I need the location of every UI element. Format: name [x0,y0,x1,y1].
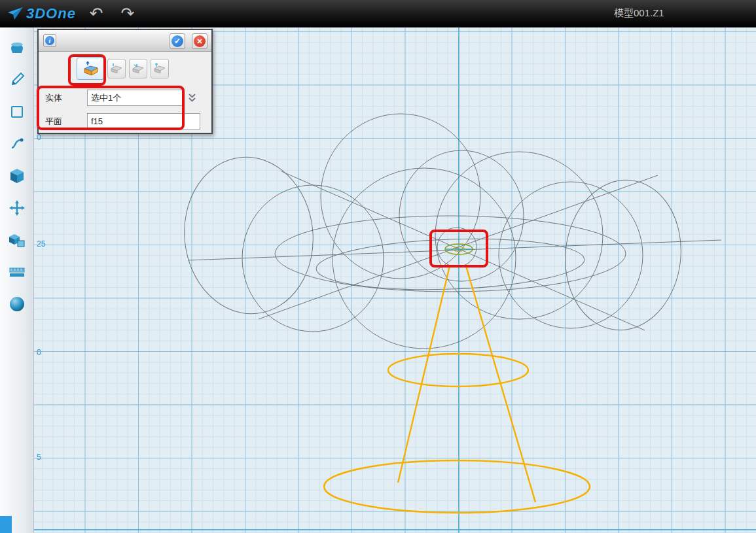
plane-input[interactable] [87,113,200,129]
tool-option-2-icon [109,63,124,75]
primitive-solid-icon [9,40,26,56]
grid-axis-vertical [458,27,459,533]
dialog-tool-options [77,58,169,80]
double-chevron-down-icon [187,93,197,103]
material-sphere-icon [9,296,26,313]
grid-axis-horizontal [34,529,756,530]
sketch-plane-icon [9,104,25,120]
info-button[interactable]: i [43,34,56,47]
plane-field-row: 平面 [45,113,200,129]
viewport-corner-badge[interactable] [0,516,12,533]
dialog-titlebar: i ✓ ✕ [39,30,211,52]
left-toolbar [0,27,34,533]
sketch-brush-icon [9,72,25,88]
curve-edit-icon [9,136,25,152]
sidebar-item-curve-edit[interactable] [3,130,31,158]
cancel-button[interactable]: ✕ [192,33,207,49]
measure-ruler-icon [9,266,26,279]
sidebar-item-features[interactable] [3,162,31,190]
feature-cube-icon [9,167,26,184]
move-transform-icon [9,199,26,216]
tool-option-3-icon [131,63,145,75]
axis-label: 0 [37,133,41,142]
logo-text: 3DOne [26,5,76,22]
tool-option-extrude[interactable] [77,58,104,80]
logo-plane-icon [7,7,24,21]
tool-option-2[interactable] [107,59,126,78]
tool-option-4-icon [153,63,167,75]
entity-field-row: 实体 [45,90,197,106]
tool-option-3[interactable] [129,59,147,78]
axis-label: 25 [37,239,45,249]
sidebar-item-material[interactable] [3,290,31,318]
document-title: 模型001.Z1 [614,7,664,20]
command-dialog: i ✓ ✕ [37,29,213,134]
expand-options-button[interactable] [187,93,197,103]
redo-icon[interactable]: ↷ [117,3,139,25]
combine-solids-icon [9,232,26,249]
confirm-check-icon: ✓ [171,35,183,47]
sidebar-item-sketch-draw[interactable] [3,66,31,94]
entity-input[interactable] [87,90,183,106]
confirm-button[interactable]: ✓ [170,33,185,49]
sidebar-item-combine[interactable] [3,226,31,254]
plane-label: 平面 [45,116,87,128]
undo-icon[interactable]: ↶ [85,3,107,25]
tool-option-4[interactable] [151,59,169,78]
axis-label: 5 [37,453,41,462]
topbar: 3DOne ↶ ↷ 模型001.Z1 [0,0,756,27]
sidebar-item-sketch-plane[interactable] [3,98,31,126]
sidebar-item-move[interactable] [3,194,31,222]
axis-label: 0 [37,348,41,357]
entity-label: 实体 [45,92,87,104]
info-icon: i [45,36,54,45]
cancel-x-icon: ✕ [194,35,206,47]
extrude-solid-icon [81,61,100,77]
sidebar-item-measure[interactable] [3,258,31,286]
sidebar-item-primitives[interactable] [3,34,31,61]
app-logo: 3DOne [7,5,76,22]
